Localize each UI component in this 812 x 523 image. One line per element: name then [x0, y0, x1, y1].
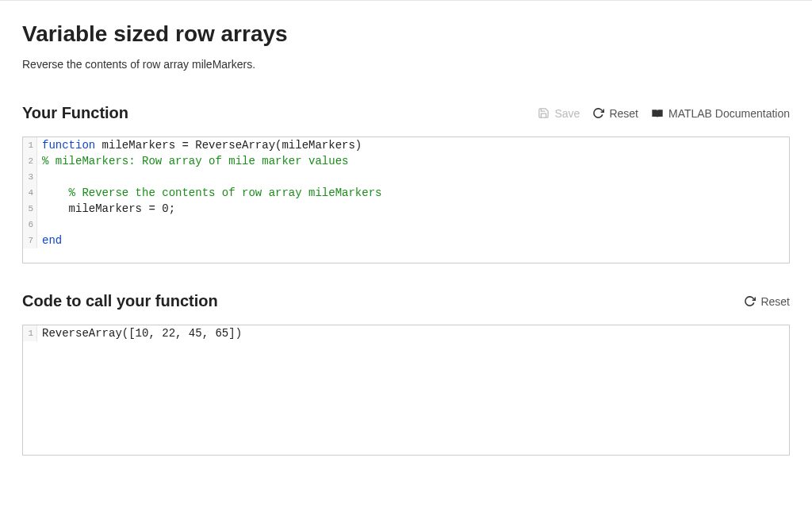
code-line[interactable]: 7end	[23, 233, 789, 248]
code-content[interactable]: end	[37, 233, 62, 248]
line-number: 4	[23, 185, 37, 201]
code-line[interactable]: 6	[23, 217, 789, 233]
book-icon	[651, 108, 664, 119]
line-number: 1	[23, 325, 37, 341]
page-title: Variable sized row arrays	[22, 21, 790, 47]
line-number: 3	[23, 169, 37, 185]
line-number: 6	[23, 217, 37, 233]
code-token: ReverseArray([10, 22, 45, 65])	[42, 327, 242, 340]
code-token: mileMarkers = 0;	[42, 202, 175, 215]
reset-icon	[744, 295, 756, 307]
code-content[interactable]: mileMarkers = 0;	[37, 201, 175, 217]
code-content[interactable]	[37, 217, 42, 233]
code-token: % mileMarkers: Row array of mile marker …	[42, 155, 348, 167]
code-line[interactable]: 5 mileMarkers = 0;	[23, 201, 789, 217]
code-content[interactable]: % Reverse the contents of row array mile…	[37, 185, 381, 201]
save-label: Save	[554, 107, 580, 120]
call-heading: Code to call your function	[22, 292, 218, 310]
your-function-heading: Your Function	[22, 104, 128, 122]
line-number: 5	[23, 201, 37, 217]
reset-button[interactable]: Reset	[592, 107, 638, 120]
save-button[interactable]: Save	[538, 107, 580, 120]
code-line[interactable]: 2% mileMarkers: Row array of mile marker…	[23, 153, 789, 169]
docs-label: MATLAB Documentation	[668, 107, 790, 120]
code-content[interactable]	[37, 169, 42, 185]
function-toolbar: Save Reset MATLAB Documentation	[538, 107, 790, 120]
code-content[interactable]: % mileMarkers: Row array of mile marker …	[37, 153, 348, 169]
line-number: 1	[23, 137, 37, 153]
code-content[interactable]: ReverseArray([10, 22, 45, 65])	[37, 325, 242, 341]
call-toolbar: Reset	[744, 295, 790, 308]
code-token: mileMarkers = ReverseArray(mileMarkers)	[95, 139, 362, 152]
code-line[interactable]: 1ReverseArray([10, 22, 45, 65])	[23, 325, 789, 341]
page-container: Variable sized row arrays Reverse the co…	[0, 0, 812, 508]
function-code-editor[interactable]: 1function mileMarkers = ReverseArray(mil…	[22, 137, 790, 263]
call-code-editor[interactable]: 1ReverseArray([10, 22, 45, 65])	[22, 325, 790, 456]
code-line[interactable]: 1function mileMarkers = ReverseArray(mil…	[23, 137, 789, 153]
reset-icon	[592, 107, 604, 119]
code-token: function	[42, 139, 95, 152]
line-number: 7	[23, 233, 37, 248]
line-number: 2	[23, 153, 37, 169]
reset-call-label: Reset	[760, 295, 790, 308]
code-line[interactable]: 4 % Reverse the contents of row array mi…	[23, 185, 789, 201]
code-content[interactable]: function mileMarkers = ReverseArray(mile…	[37, 137, 362, 153]
code-line[interactable]: 3	[23, 169, 789, 185]
reset-label: Reset	[609, 107, 638, 120]
call-section-header: Code to call your function Reset	[22, 292, 790, 310]
problem-description: Reverse the contents of row array mileMa…	[22, 58, 790, 71]
matlab-docs-link[interactable]: MATLAB Documentation	[651, 107, 790, 120]
code-token: % Reverse the contents of row array mile…	[42, 187, 381, 199]
code-token: end	[42, 234, 62, 247]
save-icon	[538, 107, 550, 119]
reset-call-button[interactable]: Reset	[744, 295, 790, 308]
function-section-header: Your Function Save	[22, 104, 790, 122]
